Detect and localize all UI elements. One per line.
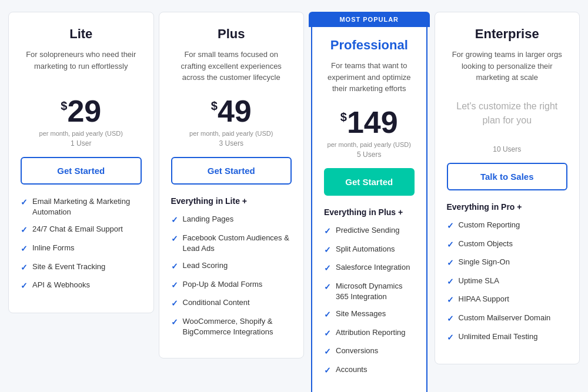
- check-icon: ✓: [447, 276, 454, 288]
- check-icon: ✓: [21, 262, 28, 274]
- plus-feature-list: ✓Landing Pages ✓Facebook Custom Audience…: [171, 214, 292, 337]
- check-icon: ✓: [447, 220, 454, 232]
- lite-price-amount: 29: [67, 94, 101, 128]
- list-item: ✓Lead Scoring: [171, 260, 292, 273]
- check-icon: ✓: [21, 280, 28, 292]
- list-item: ✓WooCommerce, Shopify & BigCommerce Inte…: [171, 316, 292, 337]
- plus-price-users: 3 Users: [171, 139, 292, 148]
- check-icon: ✓: [171, 233, 178, 245]
- enterprise-plan-name: Enterprise: [447, 26, 568, 42]
- lite-plan-name: Lite: [21, 26, 142, 42]
- check-icon: ✓: [324, 263, 331, 274]
- enterprise-price-users: 10 Users: [447, 145, 568, 153]
- plan-professional: Professional For teams that want to expe…: [311, 27, 427, 392]
- most-popular-badge: MOST POPULAR: [309, 12, 430, 27]
- plus-everything-label: Everything in Lite +: [171, 196, 292, 206]
- enterprise-everything-label: Everything in Pro +: [447, 202, 568, 212]
- check-icon: ✓: [324, 309, 331, 321]
- list-item: ✓Site Messages: [324, 309, 415, 321]
- list-item: ✓Predictive Sending: [324, 225, 415, 237]
- plus-plan-name: Plus: [171, 26, 292, 42]
- plus-price-symbol: $: [211, 99, 218, 113]
- list-item: ✓Pop-Up & Modal Forms: [171, 279, 292, 292]
- check-icon: ✓: [324, 365, 331, 377]
- list-item: ✓Custom Objects: [447, 239, 568, 251]
- lite-price-period: per month, paid yearly (USD): [21, 130, 142, 137]
- lite-price-row: $29: [21, 96, 142, 126]
- check-icon: ✓: [171, 298, 178, 310]
- plan-lite: Lite For solopreneurs who need their mar…: [8, 12, 154, 313]
- list-item: ✓Conversions: [324, 346, 415, 358]
- enterprise-custom-price: Let's customize the right plan for you: [447, 96, 568, 131]
- list-item: ✓Uptime SLA: [447, 276, 568, 288]
- check-icon: ✓: [21, 197, 28, 209]
- plus-price-amount: 49: [218, 94, 252, 128]
- check-icon: ✓: [324, 282, 331, 293]
- professional-plan-name: Professional: [324, 27, 415, 53]
- plus-price-period: per month, paid yearly (USD): [171, 130, 292, 137]
- plus-price-row: $49: [171, 96, 292, 126]
- check-icon: ✓: [171, 280, 178, 292]
- professional-feature-list: ✓Predictive Sending ✓Split Automations ✓…: [324, 225, 415, 377]
- list-item: ✓Microsoft Dynamics 365 Integration: [324, 281, 415, 302]
- check-icon: ✓: [324, 226, 331, 237]
- list-item: ✓Unlimited Email Testing: [447, 331, 568, 344]
- enterprise-description: For growing teams in larger orgs looking…: [447, 49, 568, 84]
- lite-price-symbol: $: [61, 99, 67, 113]
- list-item: ✓Salesforce Integration: [324, 262, 415, 274]
- check-icon: ✓: [447, 313, 454, 325]
- enterprise-feature-list: ✓Custom Reporting ✓Custom Objects ✓Singl…: [447, 220, 568, 343]
- check-icon: ✓: [171, 261, 178, 273]
- plan-professional-wrapper: MOST POPULAR Professional For teams that…: [309, 12, 430, 392]
- professional-everything-label: Everything in Plus +: [324, 207, 415, 217]
- professional-price-period: per month, paid yearly (USD): [324, 141, 415, 148]
- list-item: ✓Landing Pages: [171, 214, 292, 226]
- list-item: ✓Email Marketing & Marketing Automation: [21, 196, 142, 217]
- plus-get-started-button[interactable]: Get Started: [171, 157, 292, 185]
- check-icon: ✓: [21, 225, 28, 236]
- list-item: ✓Accounts: [324, 364, 415, 377]
- pricing-container: Lite For solopreneurs who need their mar…: [6, 12, 582, 392]
- professional-get-started-button[interactable]: Get Started: [324, 168, 415, 196]
- check-icon: ✓: [21, 243, 28, 255]
- professional-price-amount: 149: [347, 105, 398, 139]
- enterprise-talk-to-sales-button[interactable]: Talk to Sales: [447, 163, 568, 190]
- list-item: ✓Facebook Custom Audiences & Lead Ads: [171, 233, 292, 254]
- list-item: ✓24/7 Chat & Email Support: [21, 224, 142, 236]
- professional-description: For teams that want to experiment and op…: [324, 60, 415, 95]
- lite-description: For solopreneurs who need their marketin…: [21, 49, 142, 84]
- check-icon: ✓: [171, 215, 178, 226]
- plan-plus: Plus For small teams focused on crafting…: [159, 12, 305, 359]
- plan-enterprise: Enterprise For growing teams in larger o…: [435, 12, 580, 364]
- check-icon: ✓: [324, 328, 331, 340]
- list-item: ✓Conditional Content: [171, 297, 292, 310]
- check-icon: ✓: [447, 239, 454, 251]
- list-item: ✓Inline Forms: [21, 243, 142, 255]
- list-item: ✓Single Sign-On: [447, 257, 568, 269]
- check-icon: ✓: [324, 244, 331, 256]
- lite-get-started-button[interactable]: Get Started: [21, 157, 142, 185]
- check-icon: ✓: [447, 332, 454, 344]
- professional-price-symbol: $: [340, 110, 347, 124]
- professional-price-row: $149: [324, 107, 415, 138]
- list-item: ✓Site & Event Tracking: [21, 262, 142, 274]
- lite-feature-list: ✓Email Marketing & Marketing Automation …: [21, 196, 142, 292]
- list-item: ✓API & Webhooks: [21, 280, 142, 292]
- check-icon: ✓: [171, 317, 178, 329]
- list-item: ✓HIPAA Support: [447, 294, 568, 306]
- list-item: ✓Split Automations: [324, 244, 415, 256]
- check-icon: ✓: [324, 346, 331, 358]
- list-item: ✓Custom Mailserver Domain: [447, 313, 568, 325]
- plus-description: For small teams focused on crafting exce…: [171, 49, 292, 84]
- check-icon: ✓: [447, 294, 454, 306]
- check-icon: ✓: [447, 257, 454, 269]
- list-item: ✓Attribution Reporting: [324, 327, 415, 340]
- list-item: ✓Custom Reporting: [447, 220, 568, 232]
- professional-price-users: 5 Users: [324, 150, 415, 159]
- lite-price-users: 1 User: [21, 139, 142, 148]
